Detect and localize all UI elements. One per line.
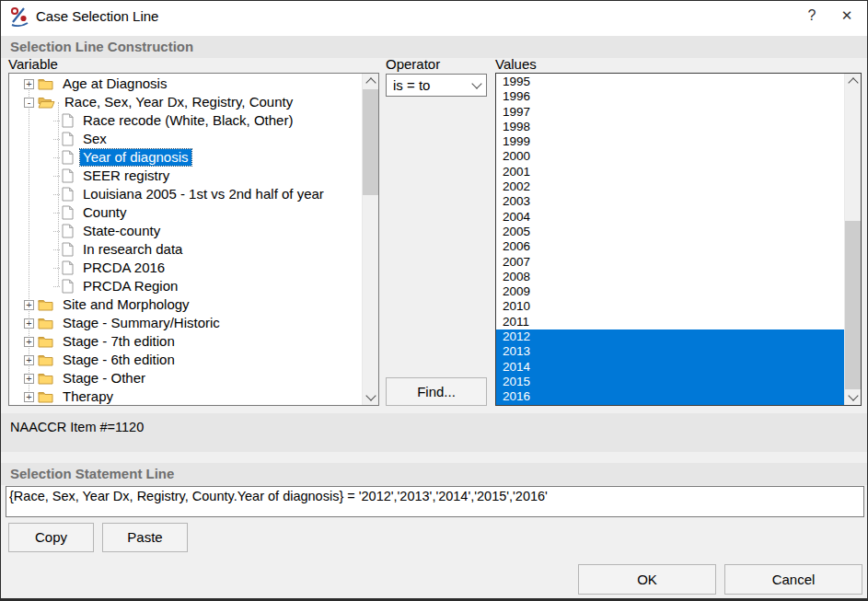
value-item-2014[interactable]: 2014 <box>496 360 845 375</box>
tree-item-age-at-diagnosis[interactable]: + Age at Diagnosis <box>9 75 363 93</box>
value-item-2009[interactable]: 2009 <box>496 284 845 299</box>
document-icon <box>62 187 74 202</box>
tree-item-stage-summary-historic[interactable]: + Stage - Summary/Historic <box>9 314 363 332</box>
copy-button[interactable]: Copy <box>8 523 94 552</box>
tree-item-in-research-data[interactable]: In research data <box>9 240 363 259</box>
tree-item-prcda-2016[interactable]: PRCDA 2016 <box>9 259 363 277</box>
tree-item-louisiana-2005-1st-vs-2nd-half-of-year[interactable]: Louisiana 2005 - 1st vs 2nd half of year <box>9 185 363 203</box>
values-list: 1995199619971998199920002001200220032004… <box>495 73 862 406</box>
scroll-up-icon[interactable] <box>363 74 378 89</box>
tree-item-label: Age at Diagnosis <box>60 75 169 92</box>
naaccr-item-info: NAACCR Item #=1120 <box>1 413 867 452</box>
operator-selected-value: is = to <box>387 77 468 93</box>
expand-toggle-icon[interactable]: + <box>24 392 34 402</box>
tree-connector <box>53 249 60 250</box>
variable-tree: + Age at Diagnosis - Race, Sex, <box>8 73 379 406</box>
selection-statement-input[interactable] <box>6 486 864 517</box>
tree-item-label: SEER registry <box>80 168 172 184</box>
tree-item-county[interactable]: County <box>9 203 363 222</box>
expand-toggle-icon[interactable]: + <box>24 374 34 384</box>
variable-tree-body: + Age at Diagnosis - Race, Sex, <box>9 75 363 405</box>
value-item-1997[interactable]: 1997 <box>496 105 845 120</box>
tree-item-seer-registry[interactable]: SEER registry <box>9 167 363 185</box>
close-icon[interactable]: ✕ <box>834 5 860 27</box>
expand-toggle-icon[interactable]: + <box>24 355 34 365</box>
value-item-2001[interactable]: 2001 <box>496 165 845 179</box>
value-item-2003[interactable]: 2003 <box>496 194 845 209</box>
value-item-2006[interactable]: 2006 <box>496 239 845 254</box>
value-item-2000[interactable]: 2000 <box>496 149 845 164</box>
document-icon <box>62 279 74 294</box>
tree-item-label: Stage - 6th edition <box>60 352 178 368</box>
value-item-1995[interactable]: 1995 <box>496 75 845 89</box>
document-icon <box>62 224 74 238</box>
values-scrollbar-thumb[interactable] <box>845 221 861 389</box>
tree-scrollbar-thumb[interactable] <box>363 89 378 195</box>
cancel-button[interactable]: Cancel <box>724 564 862 595</box>
folder-icon <box>38 353 53 366</box>
tree-connector <box>53 176 60 177</box>
tree-item-stage-6th-edition[interactable]: + Stage - 6th edition <box>9 351 363 369</box>
values-label: Values <box>495 56 537 72</box>
value-item-1996[interactable]: 1996 <box>496 89 845 104</box>
tree-item-stage-other[interactable]: + Stage - Other <box>9 369 363 387</box>
tree-item-race-sex-year-dx-registry-county[interactable]: - Race, Sex, Year Dx, Registry, County <box>9 93 363 111</box>
ok-button[interactable]: OK <box>578 564 716 595</box>
folder-icon <box>38 298 53 311</box>
tree-item-race-recode-white-black-other[interactable]: Race recode (White, Black, Other) <box>9 111 363 130</box>
value-item-2010[interactable]: 2010 <box>496 299 845 314</box>
scroll-up-icon[interactable] <box>845 74 861 89</box>
tree-connector <box>53 268 60 269</box>
value-item-2016[interactable]: 2016 <box>496 389 845 404</box>
value-item-2015[interactable]: 2015 <box>496 375 845 389</box>
tree-item-state-county[interactable]: State-county <box>9 222 363 240</box>
value-item-2002[interactable]: 2002 <box>496 179 845 194</box>
document-icon <box>62 168 74 183</box>
tree-scrollbar[interactable] <box>362 74 378 405</box>
tree-item-therapy[interactable]: + Therapy <box>9 387 363 406</box>
document-icon <box>62 132 74 146</box>
scroll-down-icon[interactable] <box>845 389 861 405</box>
value-item-1999[interactable]: 1999 <box>496 134 845 149</box>
document-icon <box>62 205 74 220</box>
tree-item-label: Stage - Other <box>60 370 148 387</box>
value-item-2005[interactable]: 2005 <box>496 225 845 239</box>
expand-toggle-icon[interactable]: + <box>24 318 34 329</box>
tree-item-label: Stage - Summary/Historic <box>60 315 223 331</box>
tree-item-label: Stage - 7th edition <box>60 333 178 350</box>
folder-icon <box>38 335 53 348</box>
tree-item-label: Sex <box>80 131 110 147</box>
paste-button[interactable]: Paste <box>102 523 188 552</box>
folder-icon <box>38 372 53 385</box>
expand-toggle-icon[interactable]: - <box>24 98 34 108</box>
value-item-2013[interactable]: 2013 <box>496 344 845 359</box>
expand-toggle-icon[interactable]: + <box>24 300 34 310</box>
value-item-2007[interactable]: 2007 <box>496 255 845 270</box>
variable-label: Variable <box>8 56 58 72</box>
value-item-2004[interactable]: 2004 <box>496 210 845 225</box>
tree-item-site-and-morphology[interactable]: + Site and Morphology <box>9 295 363 314</box>
value-item-1998[interactable]: 1998 <box>496 120 845 134</box>
tree-item-sex[interactable]: Sex <box>9 130 363 148</box>
folder-open-icon <box>38 96 55 109</box>
find-button[interactable]: Find... <box>386 377 487 406</box>
tree-item-label: Race recode (White, Black, Other) <box>80 112 295 129</box>
document-icon <box>62 260 74 275</box>
folder-icon <box>38 390 53 403</box>
help-button[interactable]: ? <box>799 5 825 27</box>
value-item-2012[interactable]: 2012 <box>496 329 845 344</box>
document-icon <box>62 150 74 165</box>
document-icon <box>62 242 74 257</box>
expand-toggle-icon[interactable]: + <box>24 79 34 89</box>
seerstat-percent-icon <box>9 6 29 27</box>
operator-combobox[interactable]: is = to <box>386 74 487 97</box>
values-scrollbar[interactable] <box>844 74 861 405</box>
value-item-2008[interactable]: 2008 <box>496 270 845 284</box>
tree-item-prcda-region[interactable]: PRCDA Region <box>9 277 363 295</box>
tree-item-year-of-diagnosis[interactable]: Year of diagnosis <box>9 148 363 167</box>
folder-icon <box>38 317 53 329</box>
value-item-2011[interactable]: 2011 <box>496 315 845 329</box>
tree-item-stage-7th-edition[interactable]: + Stage - 7th edition <box>9 332 363 351</box>
scroll-down-icon[interactable] <box>363 389 378 405</box>
expand-toggle-icon[interactable]: + <box>24 337 34 347</box>
